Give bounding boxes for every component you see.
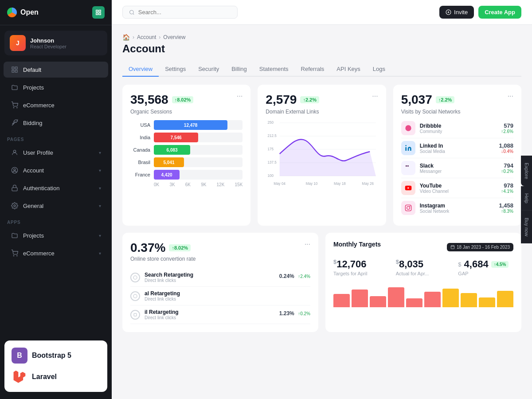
date-range: 18 Jan 2023 - 16 Feb 2023	[457, 245, 510, 250]
search-input[interactable]	[138, 9, 231, 16]
help-tab[interactable]: Help	[521, 186, 532, 211]
chart-button[interactable]	[92, 6, 105, 19]
tab-overview[interactable]: Overview	[122, 62, 159, 77]
svg-point-42	[407, 207, 410, 210]
breadcrumb: 🏠 › Account › Overview	[122, 34, 521, 41]
card-menu-button[interactable]: ···	[372, 93, 378, 100]
tabs-bar: Overview Settings Security Billing State…	[122, 62, 521, 77]
conversion-card: 0.37% ↑8.02% Online store convertion rat…	[122, 233, 318, 332]
targets-values: $12,706 Targets for April $8,035 Actual …	[333, 258, 513, 276]
list-item: Instagram Social Network 1,458 ↑8.3%	[401, 198, 513, 218]
main-content: Invite Create App 🏠 › Account › Overview…	[112, 0, 532, 399]
page: 🏠 › Account › Overview Account Overview …	[112, 25, 532, 399]
home-icon[interactable]: 🏠	[122, 34, 130, 41]
bar-country: India	[130, 135, 150, 140]
conversion-label: Online store convertion rate	[130, 256, 196, 262]
chevron-down-icon: ▾	[99, 233, 101, 238]
bottom-row: 0.37% ↑8.02% Online store convertion rat…	[122, 233, 521, 332]
svg-rect-7	[12, 70, 14, 72]
sidebar-item-label: Bidding	[23, 120, 101, 126]
sidebar-item-bidding[interactable]: Bidding	[4, 115, 108, 131]
bar-fill: 5,041	[154, 157, 184, 167]
create-app-button[interactable]: Create App	[478, 6, 521, 19]
sidebar-item-ecommerce[interactable]: eCommerce	[4, 97, 108, 113]
tab-security[interactable]: Security	[192, 62, 225, 77]
sidebar-item-ecommerce-app[interactable]: eCommerce ▾	[4, 245, 108, 261]
sidebar-item-default[interactable]: Default	[4, 62, 108, 78]
svg-point-45	[133, 294, 137, 298]
buy-now-tab[interactable]: Buy now	[521, 211, 532, 243]
breadcrumb-account[interactable]: Account	[137, 34, 156, 40]
bar-country: USA	[130, 122, 150, 128]
shop-icon	[11, 101, 19, 109]
svg-point-11	[13, 150, 16, 153]
youtube-icon	[401, 181, 415, 195]
sidebar-item-authentication[interactable]: Authentication ▾	[4, 180, 108, 196]
sidebar-item-account[interactable]: Account ▾	[4, 162, 108, 178]
page-title: Account	[122, 43, 521, 55]
card-menu-button[interactable]: ···	[508, 93, 513, 100]
shop-icon	[11, 249, 19, 257]
svg-rect-46	[134, 313, 137, 316]
social-change: ↑0.2%	[501, 169, 513, 174]
svg-point-15	[14, 205, 16, 207]
stat-change: ↑8.02%	[172, 96, 194, 103]
social-networks-card: 5,037 ↑2.2% Visits by Social Networks ··…	[393, 85, 521, 226]
gavel-icon	[11, 119, 19, 127]
stat-change: ↑2.2%	[300, 96, 319, 103]
social-change: ↓0.4%	[499, 149, 513, 154]
stat-value: 35,568	[130, 93, 168, 107]
avatar: J	[10, 35, 26, 51]
svg-point-8	[13, 107, 14, 108]
apps-section-label: APPS	[0, 215, 112, 227]
sidebar-item-projects[interactable]: Projects	[4, 79, 108, 95]
svg-text:250: 250	[268, 120, 274, 125]
grid-icon	[11, 66, 19, 74]
breadcrumb-current: Overview	[163, 34, 185, 40]
bar-chart: USA 12,478 India 7,546 Canad	[130, 120, 243, 187]
tab-logs[interactable]: Logs	[367, 62, 391, 77]
bar-track: 5,041	[154, 157, 243, 167]
sidebar-item-projects-app[interactable]: Projects ▾	[4, 227, 108, 243]
folder-icon	[11, 83, 19, 91]
card-menu-button[interactable]: ···	[305, 241, 310, 248]
tab-referrals[interactable]: Referrals	[295, 62, 331, 77]
invite-button[interactable]: Invite	[439, 6, 474, 19]
line-chart: 250 212.5 175 137.5 100	[266, 118, 378, 191]
social-change: ↑4.1%	[501, 189, 513, 194]
sidebar-item-label: Projects	[23, 232, 94, 239]
date-badge: 18 Jan 2023 - 16 Feb 2023	[447, 243, 513, 251]
monthly-targets-card: Monthly Targets 18 Jan 2023 - 16 Feb 202…	[325, 233, 521, 332]
bootstrap-label: Bootstrap 5	[32, 352, 71, 360]
tab-statements[interactable]: Statements	[253, 62, 295, 77]
plus-icon	[446, 9, 451, 15]
target-amount: $8,035	[396, 258, 451, 270]
settings-icon	[11, 202, 19, 210]
user-icon	[11, 149, 19, 156]
sidebar-item-label: eCommerce	[23, 250, 94, 257]
list-item: Linked In Social Media 1,088 ↓0.4%	[401, 138, 513, 158]
search-box[interactable]	[122, 6, 238, 19]
user-card[interactable]: J Johnson React Developer	[4, 31, 107, 55]
svg-rect-6	[15, 70, 17, 72]
card-menu-button[interactable]: ···	[237, 93, 243, 100]
sidebar-item-user-profile[interactable]: User Profile ▾	[4, 145, 108, 160]
bar-track: 4,420	[154, 170, 243, 180]
svg-rect-0	[96, 10, 98, 12]
lock-icon	[11, 184, 19, 192]
tab-billing[interactable]: Billing	[225, 62, 253, 77]
stat-value: 2,579	[266, 93, 297, 107]
conversion-value: 0.37%	[130, 241, 165, 255]
laravel-label: Laravel	[32, 373, 57, 381]
social-change: ↑8.3%	[499, 209, 513, 214]
instagram-icon	[401, 201, 415, 215]
target-label: GAP	[458, 271, 513, 276]
svg-point-17	[17, 255, 17, 256]
svg-rect-1	[99, 10, 101, 12]
tab-api-keys[interactable]: API Keys	[330, 62, 366, 77]
sidebar: Open J Johnson React Developer Default P…	[0, 0, 112, 399]
explore-tab[interactable]: Explore	[521, 156, 532, 186]
ret-icon	[130, 291, 140, 301]
tab-settings[interactable]: Settings	[159, 62, 192, 77]
sidebar-item-general[interactable]: General ▾	[4, 198, 108, 214]
